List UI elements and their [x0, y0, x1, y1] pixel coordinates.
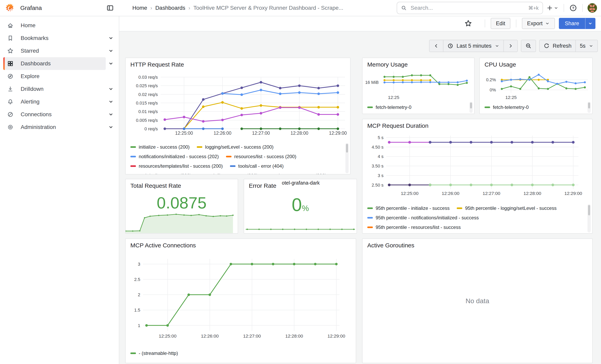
sidebar-item-starred[interactable]: Starred	[0, 45, 119, 57]
divider	[485, 20, 485, 27]
breadcrumb-current-page[interactable]: ToolHive MCP Server & Proxy Runner Dashb…	[193, 5, 343, 11]
dock-sidebar-icon[interactable]	[107, 4, 114, 11]
legend-item[interactable]: resources/list - success (200)	[226, 154, 296, 159]
chart-legend[interactable]: initialize - success (200)logging/setLev…	[130, 142, 343, 174]
legend-swatch	[130, 156, 136, 157]
sidebar-item-connections[interactable]: Connections	[0, 108, 119, 121]
legend-item[interactable]: 95th percentile - initialize - success	[367, 206, 450, 211]
chart-legend[interactable]: 95th percentile - initialize - success95…	[367, 204, 585, 233]
edit-button[interactable]: Edit	[491, 18, 510, 29]
panel-error-rate: Error Rate 0%	[244, 179, 357, 234]
chevron-down-icon[interactable]	[108, 98, 114, 105]
share-button[interactable]: Share	[559, 18, 585, 29]
svg-text:0.2%: 0.2%	[486, 77, 496, 82]
legend-item[interactable]: tools/call - error (404)	[230, 163, 284, 169]
breadcrumb-dashboards[interactable]: Dashboards	[155, 5, 185, 11]
search-input[interactable]	[410, 4, 525, 11]
legend-row: tools/call - success (200)tools/list - s…	[130, 171, 343, 174]
chevron-down-icon[interactable]	[108, 111, 114, 118]
svg-text:4.50 s: 4.50 s	[372, 145, 384, 150]
chevron-down-icon[interactable]	[108, 124, 114, 130]
svg-text:2.5: 2.5	[134, 277, 140, 282]
panel-memory-usage: Memory Usage 16 MiB12:25 fetch-telemetry…	[362, 58, 475, 114]
panel-title[interactable]: Error Rate	[249, 182, 276, 189]
legend-item[interactable]: logging/setLevel - success (200)	[197, 144, 273, 150]
sidebar-item-bookmarks[interactable]: Bookmarks	[0, 32, 119, 45]
svg-text:3.50 s: 3.50 s	[372, 164, 384, 168]
legend-item[interactable]: initialize - success (200)	[130, 144, 190, 150]
legend-item[interactable]: unknown - success (200)	[265, 173, 327, 174]
breadcrumb-home[interactable]: Home	[132, 5, 147, 11]
sidebar-item-label: Bookmarks	[21, 35, 49, 41]
legend-row: initialize - success (200)logging/setLev…	[130, 142, 343, 152]
panel-mcp-active-connections: MCP Active Connections 32.521.5112:25:00…	[125, 238, 356, 363]
legend-item[interactable]: fetch-telemetry-0	[485, 105, 529, 110]
panel-title[interactable]: HTTP Request Rate	[130, 61, 184, 68]
chevron-down-icon[interactable]	[108, 35, 114, 41]
chevron-down-icon[interactable]	[108, 48, 114, 54]
sidebar-item-explore[interactable]: Explore	[0, 70, 119, 83]
refresh-interval-dropdown[interactable]: 5s	[575, 40, 598, 52]
share-caret-button[interactable]	[585, 18, 595, 29]
panel-title[interactable]: Memory Usage	[367, 61, 408, 68]
clock-icon	[447, 43, 453, 49]
panel-title[interactable]: CPU Usage	[485, 61, 516, 68]
legend-item[interactable]: 95th percentile - notifications/initiali…	[367, 215, 479, 221]
legend-row: resources/templates/list - success (200)…	[130, 161, 343, 171]
chevron-down-icon[interactable]	[108, 60, 114, 67]
legend-item[interactable]: 95th percentile - resources/list - succe…	[367, 225, 461, 230]
time-range-picker[interactable]: Last 5 minutes	[443, 40, 504, 52]
cpu-usage-chart: 0.2%0%12:25	[480, 69, 592, 103]
help-icon[interactable]: ?	[566, 4, 581, 12]
total-request-rate-sparkline	[126, 209, 238, 233]
legend-item[interactable]: fetch-telemetry-0	[367, 105, 411, 110]
divider	[564, 4, 564, 12]
legend-item[interactable]: 95th percentile - logging/setLevel - suc…	[457, 206, 556, 211]
svg-text:4 s: 4 s	[378, 154, 383, 159]
svg-text:12:25:00: 12:25:00	[175, 130, 193, 136]
add-new-button[interactable]	[543, 5, 562, 11]
panel-title[interactable]: Total Request Rate	[130, 182, 181, 189]
panel-title[interactable]: MCP Active Connections	[130, 242, 196, 249]
divider	[582, 4, 583, 12]
svg-text:0.03 req/s: 0.03 req/s	[138, 75, 158, 80]
svg-text:12:29:00: 12:29:00	[329, 130, 347, 136]
legend-scrollbar[interactable]	[588, 102, 591, 113]
export-button[interactable]: Export	[522, 18, 555, 29]
search-box[interactable]: ⌘+k	[397, 2, 543, 14]
legend-item[interactable]: notifications/initialized - success (202…	[130, 154, 219, 159]
gear-icon	[7, 124, 13, 130]
zoom-out-button[interactable]	[521, 40, 536, 52]
sidebar-item-administration[interactable]: Administration	[0, 121, 119, 134]
svg-text:0.005 req/s: 0.005 req/s	[136, 118, 158, 123]
svg-text:0.01 req/s: 0.01 req/s	[138, 109, 158, 114]
sidebar-item-home[interactable]: Home	[0, 19, 119, 32]
grafana-logo-icon[interactable]	[5, 3, 15, 13]
user-avatar[interactable]	[588, 3, 597, 13]
chart-legend[interactable]: fetch-telemetry-0	[485, 103, 585, 113]
memory-usage-chart: 16 MiB12:25	[362, 69, 474, 103]
no-data-message: No data	[362, 239, 592, 363]
legend-row: notifications/initialized - success (202…	[130, 152, 343, 161]
sidebar-item-alerting[interactable]: Alerting	[0, 95, 119, 108]
legend-scrollbar[interactable]	[470, 102, 473, 113]
legend-item[interactable]: tools/call - success (200)	[130, 173, 191, 174]
time-back-button[interactable]	[429, 40, 443, 52]
refresh-button[interactable]: Refresh	[539, 40, 576, 52]
legend-item[interactable]: resources/templates/list - success (200)	[130, 163, 223, 169]
svg-text:0 req/s: 0 req/s	[144, 126, 158, 131]
legend-item[interactable]: tools/list - success (200)	[198, 173, 258, 174]
sidebar-item-label: Administration	[21, 124, 56, 130]
time-forward-button[interactable]	[503, 40, 518, 52]
favorite-star-button[interactable]	[464, 20, 472, 27]
sidebar-item-drilldown[interactable]: Drilldown	[0, 83, 119, 95]
legend-item[interactable]: - (streamable-http)	[130, 351, 178, 356]
chevron-down-icon[interactable]	[108, 86, 114, 92]
chart-legend[interactable]: fetch-telemetry-0	[367, 103, 467, 113]
sidebar-item-dashboards[interactable]: Dashboards	[3, 57, 106, 70]
sidebar-item-label: Drilldown	[21, 86, 43, 92]
legend-scrollbar[interactable]	[588, 204, 591, 232]
chart-legend[interactable]: - (streamable-http)	[130, 348, 349, 360]
legend-scrollbar[interactable]	[345, 143, 349, 173]
panel-title[interactable]: MCP Request Duration	[367, 122, 429, 129]
